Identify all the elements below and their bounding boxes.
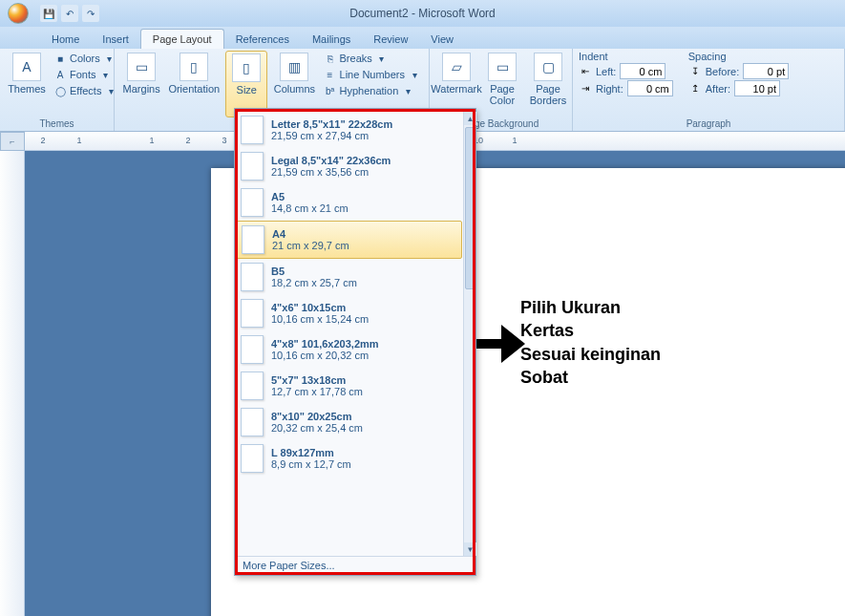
colors-icon: ■ [53, 52, 67, 65]
ruler-corner: ⌐ [0, 132, 25, 151]
page-borders-button[interactable]: ▢Page Borders [527, 51, 569, 117]
tab-view[interactable]: View [419, 30, 465, 49]
office-orb-icon [8, 3, 29, 24]
annotation-arrow-icon [473, 320, 525, 368]
size-option-3[interactable]: A421 cm x 29,7 cm [235, 221, 462, 259]
more-paper-sizes[interactable]: More Paper Sizes... [235, 556, 475, 575]
vertical-ruler[interactable] [0, 151, 25, 616]
size-option-9[interactable]: L 89x127mm8,9 cm x 12,7 cm [235, 440, 462, 477]
spacing-after-input[interactable]: 10 pt [734, 80, 780, 96]
page-thumb-icon [241, 408, 264, 436]
group-paragraph: Indent ⇤Left:0 cm ⇥Right:0 cm Spacing ↧B… [573, 49, 845, 131]
hyphenation-icon: bª [324, 84, 337, 97]
title-bar: 💾 ↶ ↷ Document2 - Microsoft Word [0, 0, 845, 27]
size-option-7[interactable]: 5"x7" 13x18cm12,7 cm x 17,78 cm [235, 368, 462, 404]
tab-insert[interactable]: Insert [91, 30, 140, 49]
orientation-button[interactable]: ▯Orientation [166, 51, 222, 117]
size-option-5[interactable]: 4"x6" 10x15cm10,16 cm x 15,24 cm [235, 295, 462, 331]
svg-rect-0 [473, 339, 503, 349]
page-thumb-icon [241, 444, 264, 473]
margins-icon: ▭ [127, 53, 156, 81]
fonts-icon: A [53, 68, 67, 81]
indent-left-icon: ⇤ [579, 65, 592, 78]
columns-icon: ▥ [280, 53, 308, 81]
dropdown-icon: ▾ [99, 68, 113, 81]
tab-page-layout[interactable]: Page Layout [140, 29, 224, 49]
themes-icon: A [12, 53, 41, 81]
margins-button[interactable]: ▭Margins [120, 51, 162, 117]
size-list: Letter 8,5"x11" 22x28cm21,59 cm x 27,94 … [235, 112, 462, 556]
colors-button[interactable]: ■Colors▾ [52, 51, 119, 66]
effects-icon: ◯ [53, 84, 67, 97]
spacing-after-icon: ↥ [688, 82, 702, 96]
qat-save-icon[interactable]: 💾 [40, 5, 57, 22]
effects-button[interactable]: ◯Effects▾ [52, 83, 119, 98]
page-thumb-icon [241, 152, 264, 181]
tab-references[interactable]: References [224, 30, 301, 49]
office-button[interactable] [0, 0, 36, 27]
dropdown-icon: ▾ [375, 52, 389, 65]
ribbon-tabs: Home Insert Page Layout References Maili… [0, 27, 845, 49]
page-borders-icon: ▢ [534, 53, 562, 81]
size-dropdown-menu: Letter 8,5"x11" 22x28cm21,59 cm x 27,94 … [234, 108, 476, 576]
fonts-button[interactable]: AFonts▾ [52, 67, 119, 82]
indent-heading: Indent [579, 51, 673, 62]
scroll-thumb[interactable] [465, 127, 475, 289]
tab-review[interactable]: Review [362, 30, 419, 49]
orientation-icon: ▯ [180, 53, 208, 81]
page-thumb-icon [241, 372, 264, 400]
page-color-icon: ▭ [488, 53, 517, 81]
size-option-8[interactable]: 8"x10" 20x25cm20,32 cm x 25,4 cm [235, 404, 462, 440]
indent-right-input[interactable]: 0 cm [627, 80, 673, 96]
size-option-6[interactable]: 4"x8" 101,6x203,2mm10,16 cm x 20,32 cm [235, 331, 462, 368]
page-thumb-icon [241, 263, 264, 291]
line-numbers-button[interactable]: ≡Line Numbers▾ [322, 67, 423, 82]
group-label-themes: Themes [6, 117, 108, 131]
dropdown-icon: ▾ [408, 68, 421, 81]
spacing-heading: Spacing [688, 51, 789, 62]
page-color-button[interactable]: ▭Page Color [481, 51, 523, 117]
page-thumb-icon [241, 335, 264, 364]
line-numbers-icon: ≡ [324, 68, 337, 81]
annotation-text: Pilih Ukuran Kertas Sesuai keinginan Sob… [520, 296, 661, 389]
quick-access-toolbar: 💾 ↶ ↷ [40, 5, 99, 22]
size-option-2[interactable]: A514,8 cm x 21 cm [235, 184, 462, 221]
size-option-1[interactable]: Legal 8,5"x14" 22x36cm21,59 cm x 35,56 c… [235, 148, 462, 184]
page-thumb-icon [242, 225, 264, 254]
themes-label: Themes [8, 83, 46, 95]
group-themes: A Themes ■Colors▾ AFonts▾ ◯Effects▾ Them… [0, 49, 115, 131]
page-thumb-icon [241, 299, 264, 328]
svg-marker-1 [501, 325, 525, 363]
spacing-before-icon: ↧ [688, 65, 702, 78]
size-option-0[interactable]: Letter 8,5"x11" 22x28cm21,59 cm x 27,94 … [235, 112, 462, 148]
window-title: Document2 - Microsoft Word [349, 7, 496, 20]
tab-mailings[interactable]: Mailings [301, 30, 362, 49]
breaks-icon: ⎘ [324, 52, 337, 65]
page-thumb-icon [241, 188, 264, 217]
qat-redo-icon[interactable]: ↷ [82, 5, 99, 22]
breaks-button[interactable]: ⎘Breaks▾ [322, 51, 423, 66]
scroll-up-icon[interactable]: ▲ [464, 112, 476, 125]
size-scrollbar[interactable]: ▲ ▼ [463, 112, 475, 556]
size-icon: ▯ [232, 53, 261, 82]
indent-right-icon: ⇥ [579, 82, 592, 96]
spacing-before-input[interactable]: 0 pt [743, 63, 789, 79]
group-label-paragraph: Paragraph [579, 117, 838, 131]
watermark-icon: ▱ [442, 53, 471, 81]
dropdown-icon: ▾ [401, 84, 414, 97]
themes-button[interactable]: A Themes [6, 51, 48, 117]
scroll-down-icon[interactable]: ▼ [464, 542, 476, 556]
qat-undo-icon[interactable]: ↶ [61, 5, 78, 22]
page-thumb-icon [241, 116, 264, 144]
indent-left-input[interactable]: 0 cm [620, 63, 665, 79]
hyphenation-button[interactable]: bªHyphenation▾ [322, 83, 423, 98]
tab-home[interactable]: Home [40, 30, 91, 49]
size-option-4[interactable]: B518,2 cm x 25,7 cm [235, 259, 462, 295]
